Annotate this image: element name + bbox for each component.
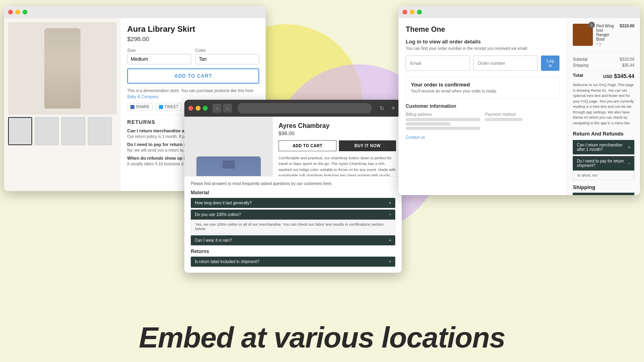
browser-nav: ‹ › xyxy=(213,104,232,113)
color-select[interactable]: Tan xyxy=(195,54,259,64)
color-group: Color Tan xyxy=(195,48,259,64)
add-to-cart-button[interactable]: ADD TO CART xyxy=(127,68,259,84)
twitter-icon xyxy=(159,105,163,109)
cart-item-size: 7.5 xyxy=(596,42,616,46)
address-line-3 xyxy=(406,127,480,130)
shipping-header-1[interactable]: How to calculate shipping charges? + xyxy=(573,193,634,195)
subtotal-label: Subtotal xyxy=(573,57,588,62)
total-amount: USD $345.44 xyxy=(603,73,634,79)
order-minimize-dot[interactable] xyxy=(410,10,415,14)
add-tab-button[interactable]: + xyxy=(389,104,398,113)
contact-us-link[interactable]: Contact us xyxy=(406,135,559,140)
faq-accordion-2: Do you use 100% cotton? − Yes, we use 10… xyxy=(191,210,395,234)
faq-add-to-cart-button[interactable]: ADD TO CART xyxy=(279,140,336,151)
url-bar[interactable] xyxy=(237,103,372,113)
demo-link[interactable]: Baby & Company xyxy=(127,95,159,99)
share-twitter-btn[interactable]: TWEET xyxy=(156,103,182,111)
payment-col: Payment method xyxy=(485,112,559,131)
email-input[interactable] xyxy=(406,56,470,71)
size-label: Size xyxy=(127,48,191,53)
faq-returns-accordion-1: Is return label included in shipment? + xyxy=(191,257,395,267)
order-window: Theme One Log in to view all order detai… xyxy=(398,6,640,195)
shipping-value: $35.44 xyxy=(622,63,634,68)
order-confirmation-panel: Theme One Log in to view all order detai… xyxy=(398,18,567,195)
back-button[interactable]: ‹ xyxy=(213,104,221,113)
total-label: Total xyxy=(573,73,583,79)
size-group: Size Medium xyxy=(127,48,191,64)
payment-label: Payment method xyxy=(485,112,559,117)
subtotal-row: Subtotal $310.00 xyxy=(573,57,634,62)
faq-lower-section: Please find answers to most frequently a… xyxy=(184,176,402,273)
confirmed-box: Your order is confirmed You'll receive a… xyxy=(406,76,559,99)
faq-returns-category: Returns xyxy=(191,249,395,254)
shipping-row: Shipping $35.44 xyxy=(573,63,634,68)
share-facebook-btn[interactable]: SHARE xyxy=(127,103,153,111)
faq-minimize-dot[interactable] xyxy=(196,106,200,111)
cart-totals: Subtotal $310.00 Shipping $35.44 Total U… xyxy=(573,57,634,79)
login-row: Log in xyxy=(406,56,559,71)
rr-accordion-1: Can I return merchandise after 1 month? … xyxy=(573,140,634,154)
order-content: Theme One Log in to view all order detai… xyxy=(398,18,640,195)
total-row: Total USD $345.44 xyxy=(573,73,634,79)
faq-accordion-1: How long does it last generally? + xyxy=(191,198,395,208)
browser-titlebar: ‹ › ↻ + xyxy=(184,100,402,117)
faq-product-name: Ayres Chambray xyxy=(279,122,396,130)
product-title: Aura Library Skirt xyxy=(127,25,259,34)
rr-header-2[interactable]: Do I need to pay for return shipment? − xyxy=(573,156,634,171)
faq-accordion-header-2[interactable]: Do you use 100% cotton? − xyxy=(191,210,395,220)
faq-returns-header-1[interactable]: Is return label included in shipment? + xyxy=(191,257,395,267)
faq-maximize-dot[interactable] xyxy=(203,106,208,111)
close-dot[interactable] xyxy=(8,10,13,14)
cart-divider xyxy=(573,70,634,70)
thumbnail-3[interactable] xyxy=(61,117,85,145)
billing-label: Billing address xyxy=(406,112,480,117)
faq-close-dot[interactable] xyxy=(188,106,193,111)
faq-info-text: Welcome to our FAQ Page. This page is sh… xyxy=(573,82,634,126)
refresh-button[interactable]: ↻ xyxy=(378,104,386,113)
login-button[interactable]: Log in xyxy=(541,56,559,71)
rr-header-1[interactable]: Can I return merchandise after 1 month? … xyxy=(573,140,634,154)
order-maximize-dot[interactable] xyxy=(417,10,422,14)
thumbnail-1[interactable] xyxy=(8,117,32,145)
thumbnail-4[interactable] xyxy=(88,117,112,145)
subtotal-value: $310.00 xyxy=(620,57,634,62)
faq-accordion-body-2: Yes, we use 100% cotton in all of our me… xyxy=(191,220,395,234)
total-currency: USD xyxy=(603,74,612,79)
return-refunds-title: Return And Refunds xyxy=(573,131,634,137)
cart-badge: 1 xyxy=(588,22,595,28)
thumbnail-2[interactable] xyxy=(35,117,59,145)
address-line-2 xyxy=(406,122,450,125)
confirmed-sub: You'll receive an email when your order … xyxy=(411,89,554,93)
product-thumbnails xyxy=(8,117,117,145)
shirt-collar xyxy=(223,160,235,169)
faq-window: ‹ › ↻ + Ayres Chambray $98.00 ADD TO CAR… xyxy=(184,100,402,273)
size-select[interactable]: Medium xyxy=(127,54,191,64)
embed-tagline: Embed at various locations xyxy=(0,321,644,354)
maximize-dot[interactable] xyxy=(23,10,27,14)
product-figure xyxy=(44,28,80,109)
faq-buy-now-button[interactable]: BUY IT NOW xyxy=(339,140,396,151)
rr-body-2: In short, no! xyxy=(573,171,634,180)
order-brand: Theme One xyxy=(406,25,559,34)
confirmed-title: Your order is confirmed xyxy=(411,82,554,88)
cart-item-image: 1 xyxy=(573,24,593,46)
faq-accordion-header-3[interactable]: Can I wear it in rain? + xyxy=(191,235,395,245)
product-form-row: Size Medium Color Tan xyxy=(127,48,259,64)
product-image-panel xyxy=(4,18,121,191)
forward-button[interactable]: › xyxy=(223,104,232,113)
faq-accordion-3: Can I wear it in rain? + xyxy=(191,235,395,245)
product-main-image xyxy=(8,22,117,115)
minimize-dot[interactable] xyxy=(15,10,20,14)
order-close-dot[interactable] xyxy=(402,10,407,14)
total-value: $345.44 xyxy=(614,73,634,79)
shipping-section-title: Shipping xyxy=(573,184,634,190)
color-label: Color xyxy=(195,48,259,53)
cart-item-price: $310.00 xyxy=(620,24,634,47)
cart-item-1: 1 Red Wing Iron Ranger Boot 7.5 $310.00 xyxy=(573,24,634,52)
faq-accordion-header-1[interactable]: How long does it last generally? + xyxy=(191,198,395,208)
faq-action-buttons: ADD TO CART BUY IT NOW xyxy=(279,140,396,151)
rr-accordion-2: Do I need to pay for return shipment? − … xyxy=(573,156,634,180)
order-number-input[interactable] xyxy=(473,56,538,71)
shipping-accordion-1: How to calculate shipping charges? + xyxy=(573,193,634,195)
order-titlebar xyxy=(398,6,640,18)
